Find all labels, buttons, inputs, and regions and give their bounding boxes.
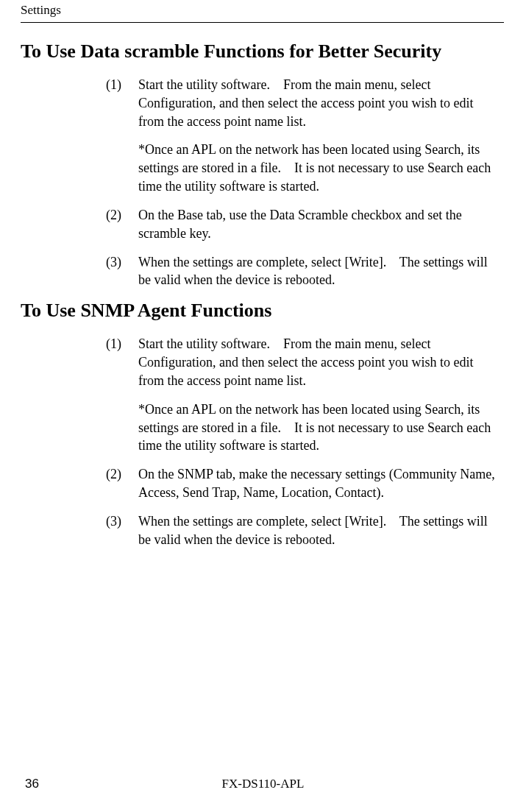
section-title-1: To Use Data scramble Functions for Bette… xyxy=(21,40,504,63)
list-note: *Once an APL on the network has been loc… xyxy=(138,400,498,455)
list-marker: (2) xyxy=(106,206,138,243)
list-content: When the settings are complete, select [… xyxy=(138,253,498,290)
list-item: (1) Start the utility software. From the… xyxy=(106,76,498,130)
list-content: When the settings are complete, select [… xyxy=(138,512,498,549)
page-number: 36 xyxy=(25,777,39,791)
header-rule xyxy=(21,22,504,23)
list-content: On the Base tab, use the Data Scramble c… xyxy=(138,206,498,243)
list-note: *Once an APL on the network has been loc… xyxy=(138,141,498,195)
running-header: Settings xyxy=(21,3,504,18)
list-marker: (3) xyxy=(106,253,138,290)
section-body-1: (1) Start the utility software. From the… xyxy=(21,76,504,289)
footer-center-text: FX-DS110-APL xyxy=(0,777,526,791)
page: Settings To Use Data scramble Functions … xyxy=(0,0,526,812)
list-item: (3) When the settings are complete, sele… xyxy=(106,253,498,290)
section-title-2: To Use SNMP Agent Functions xyxy=(21,300,504,322)
list-marker: (3) xyxy=(106,512,138,549)
list-item: (2) On the SNMP tab, make the necessary … xyxy=(106,465,498,502)
footer: 36 FX-DS110-APL xyxy=(0,777,526,791)
list-item: (3) When the settings are complete, sele… xyxy=(106,512,498,549)
list-marker: (2) xyxy=(106,465,138,502)
list-content: Start the utility software. From the mai… xyxy=(138,76,498,130)
list-content: On the SNMP tab, make the necessary sett… xyxy=(138,465,498,502)
list-item: (2) On the Base tab, use the Data Scramb… xyxy=(106,206,498,243)
list-content: Start the utility software. From the mai… xyxy=(138,335,498,389)
section-body-2: (1) Start the utility software. From the… xyxy=(21,335,504,548)
list-marker: (1) xyxy=(106,76,138,130)
list-marker: (1) xyxy=(106,335,138,389)
list-item: (1) Start the utility software. From the… xyxy=(106,335,498,389)
